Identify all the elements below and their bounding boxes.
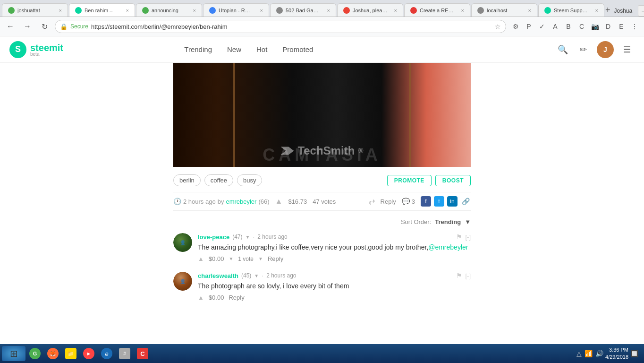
comment-upvote-2[interactable]: ▲ — [198, 294, 204, 301]
nav-item-hot[interactable]: Hot — [256, 45, 267, 53]
comment-value-1[interactable]: $0.00 — [209, 255, 224, 262]
upvote-button[interactable]: ▲ — [275, 197, 283, 206]
search-button[interactable]: 🔍 — [555, 42, 570, 57]
ext4-icon[interactable]: D — [602, 21, 614, 32]
facebook-share-button[interactable]: f — [421, 196, 431, 207]
taskbar-chrome[interactable]: G — [26, 346, 43, 361]
taskbar-camtasia[interactable]: C — [134, 346, 151, 361]
taskbar-firefox[interactable]: 🦊 — [44, 346, 61, 361]
twitter-share-button[interactable]: t — [434, 196, 444, 207]
notification-icon[interactable]: 🔲 — [630, 350, 638, 357]
tab-close-icon[interactable]: × — [193, 8, 196, 13]
comment-upvote-1[interactable]: ▲ — [198, 255, 204, 262]
clock-date: 4/29/2018 — [605, 354, 628, 361]
bookmark-icon[interactable]: ☆ — [495, 23, 501, 30]
taskbar-media[interactable]: ► — [80, 346, 97, 361]
volume-icon[interactable]: 🔊 — [595, 350, 603, 357]
refresh-button[interactable]: ↻ — [38, 20, 51, 33]
tab-create-re[interactable]: Create a RE… × — [404, 3, 470, 17]
ext1-icon[interactable]: A — [550, 21, 561, 32]
menu-button[interactable]: ☰ — [619, 42, 635, 57]
comment-flag-1[interactable]: ⚑ — [456, 233, 462, 241]
comment-author-chevron-1[interactable]: ▼ — [246, 234, 250, 240]
avatar[interactable]: J — [597, 41, 614, 58]
tab-utopian[interactable]: Utopian - R… × — [203, 3, 269, 17]
by-text: by — [218, 198, 224, 205]
comment-mention-1[interactable]: @emrebeyler — [428, 243, 468, 251]
taskbar-ie[interactable]: e — [98, 346, 115, 361]
tab-close-icon[interactable]: × — [59, 8, 62, 13]
sort-chevron-icon[interactable]: ▼ — [465, 218, 471, 225]
comment-value-2[interactable]: $0.00 — [209, 294, 224, 301]
comment-reply-1[interactable]: Reply — [268, 255, 283, 262]
tab-joshuattat[interactable]: joshuattat × — [2, 3, 68, 17]
tab-close-icon[interactable]: × — [595, 8, 598, 13]
tray-up-icon[interactable]: △ — [576, 350, 582, 357]
promote-button[interactable]: PROMOTE — [387, 175, 432, 186]
back-button[interactable]: ← — [4, 20, 17, 33]
post-author[interactable]: emrebeyler — [226, 198, 256, 205]
tab-close-icon[interactable]: × — [327, 8, 330, 13]
tab-bar: joshuattat × Ben rahim – × announcing × … — [0, 0, 644, 17]
comment-flag-2[interactable]: ⚑ — [456, 272, 462, 279]
copy-link-button[interactable]: 🔗 — [460, 196, 471, 207]
sort-select[interactable]: Trending — [435, 218, 461, 225]
ext2-icon[interactable]: B — [563, 21, 574, 32]
window-minimize-button[interactable]: — — [638, 5, 644, 17]
tab-localhost[interactable]: localhost × — [471, 3, 537, 17]
tab-close-icon[interactable]: × — [528, 8, 531, 13]
ext3-icon[interactable]: C — [576, 21, 587, 32]
taskbar-files[interactable]: 📁 — [62, 346, 79, 361]
check-icon[interactable]: ✓ — [536, 21, 548, 32]
comment-time-1: 2 hours ago — [257, 233, 287, 240]
tab-close-icon[interactable]: × — [260, 8, 263, 13]
menu-icon[interactable]: ⋮ — [629, 21, 640, 32]
comment-author-chevron-2[interactable]: ▼ — [254, 273, 259, 278]
tab-close-icon[interactable]: × — [126, 8, 129, 13]
comments-count[interactable]: 💬 3 — [402, 198, 415, 205]
post-value[interactable]: $16.73 — [288, 198, 307, 205]
new-tab-button[interactable]: + — [605, 3, 610, 17]
forward-button[interactable]: → — [21, 20, 34, 33]
comment-vote-chevron-1[interactable]: ▼ — [258, 256, 263, 261]
tab-502bad[interactable]: 502 Bad Ga… × — [270, 3, 336, 17]
comment-vote-count-1[interactable]: 1 vote — [238, 256, 254, 262]
tab-close-icon[interactable]: × — [461, 8, 464, 13]
comment-collapse-2[interactable]: [-] — [465, 272, 471, 279]
steemit-logo[interactable]: S steemit beta — [9, 41, 63, 58]
ext5-icon[interactable]: E — [616, 21, 627, 32]
tab-joshua-gm[interactable]: Joshua, plea… × — [337, 3, 403, 17]
edit-button[interactable]: ✏ — [576, 42, 591, 57]
tag-berlin[interactable]: berlin — [173, 174, 201, 186]
comment-collapse-1[interactable]: [-] — [465, 233, 471, 241]
resteem-button[interactable]: ⇄ — [369, 197, 375, 206]
taskbar-calc[interactable]: # — [116, 346, 133, 361]
clock-icon: 🕐 — [173, 198, 181, 205]
linkedin-share-button[interactable]: in — [447, 196, 458, 207]
taskbar-clock[interactable]: 3:36 PM 4/29/2018 — [605, 346, 628, 361]
nav-item-trending[interactable]: Trending — [184, 45, 212, 53]
comment-reply-2[interactable]: Reply — [229, 294, 244, 301]
comment-value-chevron-1[interactable]: ▼ — [229, 256, 233, 261]
pinterest-icon[interactable]: P — [523, 21, 534, 32]
tag-coffee[interactable]: coffee — [204, 174, 233, 186]
tab-steem-supp[interactable]: Steem Supp… × — [538, 3, 604, 17]
comment-author-1[interactable]: love-peace — [198, 233, 229, 241]
nav-item-promoted[interactable]: Promoted — [282, 45, 313, 53]
tag-busy[interactable]: busy — [237, 174, 262, 186]
comment-actions-2: ▲ $0.00 Reply — [198, 294, 471, 301]
nav-item-new[interactable]: New — [227, 45, 241, 53]
tab-ben-rahim[interactable]: Ben rahim – × — [69, 3, 135, 17]
boost-button[interactable]: BOOST — [435, 175, 471, 186]
address-text[interactable]: https://steemit.com/berlin/@emrebeyler/b… — [91, 23, 492, 30]
comment-author-2[interactable]: charleswealth — [198, 272, 238, 279]
extensions-icon[interactable]: ⚙ — [510, 21, 521, 32]
start-button[interactable]: ⊞ — [2, 346, 25, 361]
vote-count[interactable]: 47 votes — [313, 198, 336, 205]
camera-icon[interactable]: 📷 — [589, 21, 601, 32]
tab-close-icon[interactable]: × — [394, 8, 397, 13]
reply-button[interactable]: Reply — [381, 198, 396, 205]
network-icon[interactable]: 📶 — [585, 350, 593, 357]
tab-label: localhost — [487, 8, 525, 13]
tab-announcing[interactable]: announcing × — [136, 3, 202, 17]
